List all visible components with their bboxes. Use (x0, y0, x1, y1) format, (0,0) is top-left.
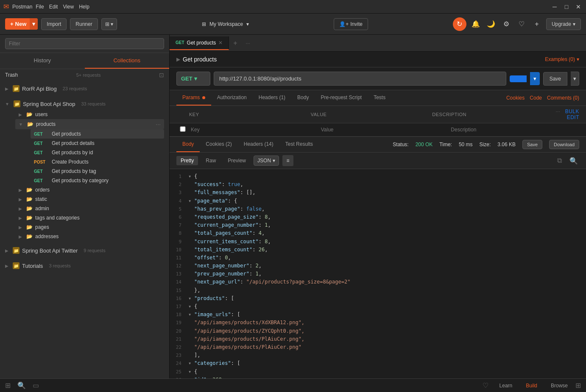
maximize-button[interactable]: □ (562, 3, 571, 10)
bulk-edit-button[interactable]: Bulk Edit (565, 108, 579, 120)
trash-label[interactable]: Trash (5, 72, 18, 78)
collapse-arrow-icon[interactable]: ▾ (188, 359, 194, 367)
comments-link[interactable]: Comments (0) (547, 95, 579, 101)
menu-help[interactable]: Help (79, 4, 89, 10)
folder-more-icon[interactable]: ··· (156, 121, 161, 128)
settings-icon[interactable]: ⚙ (500, 18, 512, 30)
collapse-arrow-icon[interactable]: ▾ (188, 295, 194, 303)
notification-icon[interactable]: 🔔 (470, 18, 482, 30)
format-preview[interactable]: Preview (223, 156, 250, 165)
collection-springtwitter-header[interactable]: ▶ 📁 Spring Boot Api Twitter 9 requests (5, 245, 164, 256)
add-icon[interactable]: + (531, 18, 543, 30)
workspace-selector[interactable]: ⊞ My Workspace ▾ (202, 21, 249, 27)
menu-edit[interactable]: Edit (49, 4, 58, 10)
request-post-create-products[interactable]: POST Create Products (31, 157, 164, 167)
request-get-products[interactable]: GET Get products (31, 129, 164, 139)
tab-get-products[interactable]: GET Get products ✕ (170, 36, 229, 50)
runner-button[interactable]: Runner (70, 18, 98, 30)
param-desc-input[interactable] (449, 125, 579, 134)
new-arrow-icon[interactable]: ▾ (30, 18, 38, 30)
folder-static[interactable]: ▶ 📂 static (15, 195, 164, 204)
theme-icon[interactable]: 🌙 (485, 18, 497, 30)
upgrade-button[interactable]: Upgrade ▾ (546, 18, 581, 30)
save-button[interactable]: Save (543, 72, 567, 86)
request-get-products-by-tag[interactable]: GET Get products by tag (31, 167, 164, 176)
send-button[interactable] (510, 75, 527, 82)
collapse-arrow-icon[interactable]: ▾ (188, 197, 194, 205)
tab-tests[interactable]: Tests (368, 90, 391, 106)
invite-button[interactable]: 👤+ Invite (334, 18, 368, 30)
format-pretty[interactable]: Pretty (176, 156, 198, 165)
history-tab[interactable]: History (0, 53, 85, 69)
sync-icon[interactable]: ↻ (453, 17, 466, 31)
folder-tags-categories[interactable]: ▶ 📂 tags and categories (15, 213, 164, 222)
folder-addresses[interactable]: ▶ 📂 addresses (15, 232, 164, 241)
url-input[interactable] (214, 72, 506, 86)
code-link[interactable]: Code (530, 95, 542, 101)
add-tab-button[interactable]: + (229, 36, 241, 50)
copy-icon[interactable]: ⧉ (554, 157, 565, 165)
menu-view[interactable]: View (63, 4, 74, 10)
search-icon[interactable]: 🔍 (568, 157, 579, 165)
collapse-arrow-icon[interactable]: ▾ (188, 368, 194, 376)
heart-icon[interactable]: ♡ (516, 18, 527, 30)
collapse-arrow-icon[interactable]: ▾ (188, 303, 194, 311)
folder-pages[interactable]: ▶ 📂 pages (15, 222, 164, 232)
grid-status-icon[interactable]: ⊞ (575, 381, 581, 389)
collections-tab[interactable]: Collections (85, 53, 170, 69)
request-get-products-by-category[interactable]: GET Get products by category (31, 176, 164, 185)
collapse-arrow-icon[interactable]: ▾ (188, 172, 194, 181)
build-icon[interactable]: ⊞ (5, 381, 11, 389)
request-get-products-by-id[interactable]: GET Get products by id (31, 148, 164, 157)
folder-admin[interactable]: ▶ 📂 admin (15, 204, 164, 213)
new-button[interactable]: + New ▾ (5, 18, 38, 30)
build-button[interactable]: Build (520, 381, 543, 390)
param-value-input[interactable] (319, 125, 449, 134)
word-wrap-icon[interactable]: ≡ (282, 155, 293, 166)
format-type-select[interactable]: JSON ▾ (254, 156, 279, 166)
close-button[interactable]: ✕ (574, 3, 583, 10)
terminal-icon[interactable]: ▭ (33, 381, 39, 389)
param-checkbox[interactable] (176, 126, 189, 132)
tab-body[interactable]: Body (291, 90, 315, 106)
resp-tab-body[interactable]: Body (176, 137, 200, 152)
collection-springshop-header[interactable]: ▼ 📁 Spring Boot Api Shop 33 requests (5, 98, 164, 110)
tab-prerequest[interactable]: Pre-request Script (315, 90, 368, 106)
tab-close-icon[interactable]: ✕ (218, 40, 223, 46)
tab-params[interactable]: Params (176, 90, 211, 106)
method-select[interactable]: GET ▾ (176, 72, 210, 86)
folder-products[interactable]: ▼ 📂 products ··· (15, 119, 164, 129)
collection-rorrapi-header[interactable]: ▶ 📁 RorR Api Blog 23 requests (5, 83, 164, 95)
resp-tab-headers[interactable]: Headers (14) (238, 137, 279, 152)
request-get-product-details[interactable]: GET Get product details (31, 139, 164, 148)
sync-button[interactable]: ⊞ ▾ (101, 18, 117, 30)
tab-headers[interactable]: Headers (1) (253, 90, 291, 106)
param-key-input[interactable] (189, 125, 319, 134)
search-input[interactable] (5, 38, 164, 49)
json-response-body[interactable]: 1▾{2 "success": true,3 "full_messages": … (170, 169, 586, 378)
cookies-link[interactable]: Cookies (506, 95, 525, 101)
resp-tab-cookies[interactable]: Cookies (2) (200, 137, 237, 152)
folder-users[interactable]: ▶ 📂 users (15, 110, 164, 119)
learn-button[interactable]: Learn (494, 381, 519, 390)
tab-more-button[interactable]: ··· (242, 37, 254, 50)
browse-button[interactable]: Browse (545, 381, 574, 390)
tab-authorization[interactable]: Authorization (211, 90, 253, 106)
folder-orders[interactable]: ▶ 📂 orders (15, 185, 164, 195)
menu-file[interactable]: File (36, 4, 44, 10)
save-arrow-button[interactable]: ▾ (571, 72, 579, 86)
heart-status-icon[interactable]: ♡ (483, 381, 488, 389)
collapse-arrow-icon[interactable]: ▾ (188, 311, 194, 319)
trash-action-icon[interactable]: ⊡ (159, 72, 164, 78)
examples-link[interactable]: Examples (0) ▾ (545, 56, 579, 62)
format-raw[interactable]: Raw (201, 156, 220, 165)
collapse-icon[interactable]: ▶ (176, 56, 180, 62)
resp-tab-test-results[interactable]: Test Results (279, 137, 319, 152)
import-button[interactable]: Import (41, 18, 67, 30)
search-status-icon[interactable]: 🔍 (17, 381, 26, 389)
send-arrow-button[interactable]: ▾ (530, 72, 540, 85)
download-button[interactable]: Download (549, 140, 579, 149)
collection-tutorials-header[interactable]: ▶ 📁 Tutorials 3 requests (5, 260, 164, 272)
save-response-button[interactable]: Save (522, 140, 542, 149)
minimize-button[interactable]: ─ (550, 3, 559, 10)
